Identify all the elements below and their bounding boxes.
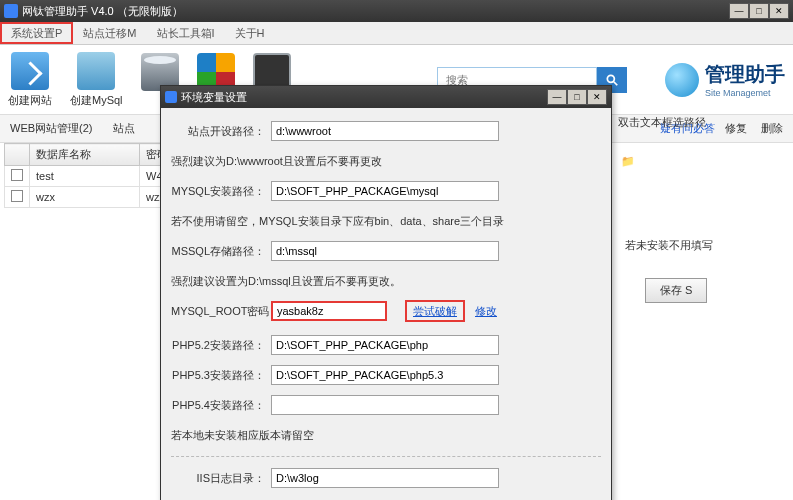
svg-line-1	[614, 81, 618, 85]
site-icon	[11, 52, 49, 90]
input-php52[interactable]	[271, 335, 499, 355]
hint-dblclick: 双击文本框选路径	[618, 115, 706, 130]
menu-system-settings[interactable]: 系统设置P	[0, 22, 73, 44]
row-checkbox[interactable]	[11, 169, 23, 181]
window-title: 网钛管理助手 V4.0 （无限制版）	[22, 4, 183, 19]
label-mysql-root: MYSQL_ROOT密码	[171, 304, 271, 319]
maximize-button[interactable]: □	[749, 3, 769, 19]
menu-bar: 系统设置P 站点迁移M 站长工具箱I 关于H	[0, 22, 793, 45]
action-repair[interactable]: 修复	[725, 121, 747, 136]
tab-web-mgmt[interactable]: WEB网站管理(2)	[0, 115, 103, 142]
col-dbname: 数据库名称	[30, 144, 140, 166]
close-button[interactable]: ✕	[769, 3, 789, 19]
dialog-close-button[interactable]: ✕	[587, 89, 607, 105]
label-php54: PHP5.4安装路径	[171, 398, 271, 413]
cell-dbname: test	[30, 166, 140, 187]
create-site-button[interactable]: 创建网站	[8, 52, 52, 108]
input-mssql-path[interactable]	[271, 241, 499, 261]
env-settings-dialog: 环境变量设置 — □ ✕ 站点开设路径 强烈建议为D:\wwwroot且设置后不…	[160, 85, 612, 500]
save-button[interactable]: 保存 S	[645, 278, 707, 303]
label-mssql-path: MSSQL存储路径	[171, 244, 271, 259]
hint-site-root: 强烈建议为D:\wwwroot且设置后不要再更改	[171, 148, 601, 174]
brand-cn: 管理助手	[705, 61, 785, 88]
brand: 管理助手 Site Managemet	[665, 61, 785, 98]
minimize-button[interactable]: —	[729, 3, 749, 19]
folder-icon[interactable]: 📁	[621, 155, 635, 168]
label-php53: PHP5.3安装路径	[171, 368, 271, 383]
create-mysql-button[interactable]: 创建MySql	[70, 52, 123, 108]
col-check	[5, 144, 30, 166]
create-site-label: 创建网站	[8, 93, 52, 108]
input-mysql-path[interactable]	[271, 181, 499, 201]
menu-site-migrate[interactable]: 站点迁移M	[73, 22, 146, 44]
hint-not-installed: 若未安装不用填写	[625, 238, 713, 253]
input-php53[interactable]	[271, 365, 499, 385]
main-titlebar: 网钛管理助手 V4.0 （无限制版） — □ ✕	[0, 0, 793, 22]
dialog-maximize-button[interactable]: □	[567, 89, 587, 105]
hint-mssql-path: 强烈建议设置为D:\mssql且设置后不要再更改。	[171, 268, 601, 294]
tab-site[interactable]: 站点	[103, 115, 145, 142]
menu-webmaster-tools[interactable]: 站长工具箱I	[147, 22, 225, 44]
label-mysql-path: MYSQL安装路径	[171, 184, 271, 199]
label-iislog: IIS日志目录	[171, 471, 271, 486]
hint-iislog: 日志可能会占用大量磁盘空间，请定期清理	[171, 495, 601, 500]
action-delete[interactable]: 删除	[761, 121, 783, 136]
label-php52: PHP5.2安装路径	[171, 338, 271, 353]
modify-link[interactable]: 修改	[475, 304, 497, 319]
input-php54[interactable]	[271, 395, 499, 415]
dialog-titlebar[interactable]: 环境变量设置 — □ ✕	[161, 86, 611, 108]
input-site-root[interactable]	[271, 121, 499, 141]
dialog-icon	[165, 91, 177, 103]
create-mysql-label: 创建MySql	[70, 93, 123, 108]
menu-about[interactable]: 关于H	[225, 22, 275, 44]
row-checkbox[interactable]	[11, 190, 23, 202]
svg-point-0	[607, 75, 614, 82]
dialog-title: 环境变量设置	[181, 90, 247, 105]
try-crack-link[interactable]: 尝试破解	[405, 300, 465, 322]
dialog-minimize-button[interactable]: —	[547, 89, 567, 105]
globe-icon	[665, 63, 699, 97]
app-icon	[4, 4, 18, 18]
input-iislog[interactable]	[271, 468, 499, 488]
mysql-icon	[77, 52, 115, 90]
label-site-root: 站点开设路径	[171, 124, 271, 139]
brand-en: Site Managemet	[705, 88, 785, 98]
hint-php54: 若本地未安装相应版本请留空	[171, 422, 601, 448]
hint-mysql-path: 若不使用请留空，MYSQL安装目录下应有bin、data、share三个目录	[171, 208, 601, 234]
input-mysql-root[interactable]	[271, 301, 387, 321]
cell-dbname: wzx	[30, 187, 140, 208]
